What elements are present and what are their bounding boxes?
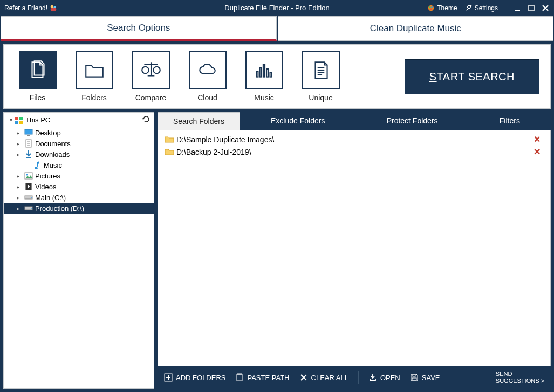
collapse-icon[interactable]: ▾ — [7, 117, 15, 123]
tree-item-drive-c[interactable]: ▸Main (C:\) — [4, 192, 154, 203]
tree-label: Documents — [35, 140, 71, 148]
tree-item-pictures[interactable]: ▸Pictures — [4, 170, 154, 181]
open-label: OPEN — [380, 374, 400, 382]
minimize-button[interactable] — [513, 4, 522, 12]
svg-rect-27 — [15, 121, 18, 124]
add-folders-label: ADD FOLDERS — [176, 374, 225, 382]
folder-row[interactable]: D:\Backup 2-Jul-2019\ ✕ — [161, 146, 547, 158]
save-label: SAVE — [422, 374, 440, 382]
subtab-protect-folders[interactable]: Protect Folders — [372, 112, 453, 130]
svg-rect-39 — [25, 183, 26, 190]
maximize-button[interactable] — [527, 4, 536, 12]
tree-item-drive-d[interactable]: ▸Production (D:\) — [4, 203, 154, 214]
svg-rect-54 — [412, 378, 416, 380]
save-button[interactable]: SAVE — [410, 373, 440, 382]
svg-point-6 — [430, 8, 432, 10]
tree-root-row[interactable]: ▾ This PC — [4, 113, 154, 127]
tree-item-documents[interactable]: ▸Documents — [4, 138, 154, 149]
cloud-icon — [189, 51, 227, 89]
tree-label: Desktop — [35, 129, 61, 137]
svg-point-0 — [51, 5, 53, 8]
folder-icon — [165, 135, 174, 144]
search-folders-list: D:\Sample Duplicate Images\ ✕ D:\Backup … — [158, 130, 551, 366]
settings-button[interactable]: Settings — [465, 4, 498, 12]
paste-path-label: PASTE PATH — [247, 374, 289, 382]
svg-rect-40 — [31, 183, 32, 190]
tab-clean-music[interactable]: Clean Duplicate Music — [278, 16, 554, 41]
svg-point-45 — [31, 208, 32, 209]
tab-search-options[interactable]: Search Options — [1, 16, 277, 41]
remove-folder-button[interactable]: ✕ — [530, 147, 544, 157]
subtab-filters[interactable]: Filters — [484, 112, 535, 130]
separator — [358, 371, 359, 384]
svg-point-1 — [53, 6, 56, 8]
pc-icon — [15, 116, 23, 125]
music-icon — [245, 51, 283, 89]
wrench-icon — [465, 4, 473, 12]
svg-point-5 — [432, 6, 433, 8]
subtab-search-folders[interactable]: Search Folders — [158, 112, 240, 130]
subtab-exclude-folders[interactable]: Exclude Folders — [256, 112, 340, 130]
tree-item-desktop[interactable]: ▸Desktop — [4, 127, 154, 138]
mode-unique[interactable]: Unique — [298, 51, 344, 102]
folder-path: D:\Backup 2-Jul-2019\ — [176, 148, 251, 156]
start-search-button[interactable]: START SEARCH — [405, 59, 539, 94]
right-pane: Search Folders Exclude Folders Protect F… — [158, 112, 551, 389]
bottom-toolbar: ADD FOLDERS PASTE PATH CLEAR ALL OPEN — [158, 366, 551, 389]
unique-icon — [302, 51, 340, 89]
open-button[interactable]: OPEN — [368, 373, 400, 382]
svg-rect-26 — [19, 117, 23, 120]
send-suggestions-button[interactable]: SEND SUGGESTIONS > — [496, 370, 544, 384]
tree-label: Main (C:\) — [35, 194, 66, 202]
svg-rect-2 — [51, 8, 57, 11]
mode-folders-label: Folders — [81, 93, 107, 102]
mode-row: Files Folders Compare Cloud Music — [3, 44, 551, 109]
paste-path-button[interactable]: PASTE PATH — [235, 373, 289, 382]
add-icon — [164, 373, 173, 382]
svg-rect-53 — [413, 374, 415, 376]
send-line2: SUGGESTIONS > — [496, 377, 544, 384]
tree-item-downloads[interactable]: ▸Downloads — [4, 149, 154, 160]
window-controls — [513, 4, 550, 12]
folder-row[interactable]: D:\Sample Duplicate Images\ ✕ — [161, 133, 547, 146]
close-button[interactable] — [541, 4, 550, 12]
save-icon — [410, 373, 419, 382]
svg-rect-8 — [529, 5, 534, 11]
app-window: Refer a Friend! Duplicate File Finder - … — [0, 0, 554, 392]
clear-all-label: CLEAR ALL — [311, 374, 348, 382]
open-icon — [368, 373, 377, 382]
mode-unique-label: Unique — [309, 93, 332, 102]
refer-friend-link[interactable]: Refer a Friend! — [4, 4, 57, 12]
theme-button[interactable]: Theme — [427, 4, 457, 12]
clear-all-button[interactable]: CLEAR ALL — [299, 373, 348, 382]
svg-point-13 — [142, 67, 149, 74]
mode-cloud-label: Cloud — [197, 93, 217, 102]
mode-compare[interactable]: Compare — [128, 51, 174, 102]
tree-root-label: This PC — [25, 116, 50, 124]
remove-folder-button[interactable]: ✕ — [530, 134, 544, 145]
compare-icon — [132, 51, 170, 89]
start-search-rest: TART SEARCH — [437, 71, 515, 82]
refer-friend-label: Refer a Friend! — [4, 4, 47, 12]
mode-compare-label: Compare — [135, 93, 167, 102]
svg-rect-17 — [259, 68, 261, 77]
titlebar: Refer a Friend! Duplicate File Finder - … — [0, 0, 554, 16]
svg-point-14 — [153, 67, 160, 74]
mode-folders[interactable]: Folders — [71, 51, 117, 102]
svg-rect-16 — [256, 71, 258, 77]
start-search-accel: S — [429, 71, 437, 82]
svg-rect-49 — [237, 374, 242, 381]
refresh-button[interactable] — [142, 115, 151, 125]
clipboard-icon — [235, 373, 244, 382]
svg-rect-18 — [263, 65, 264, 77]
tree-item-videos[interactable]: ▸Videos — [4, 181, 154, 192]
add-folders-button[interactable]: ADD FOLDERS — [164, 373, 225, 382]
mode-music[interactable]: Music — [241, 51, 287, 102]
sub-tabstrip: Search Folders Exclude Folders Protect F… — [158, 112, 551, 130]
send-line1: SEND — [496, 370, 544, 377]
settings-label: Settings — [475, 4, 498, 12]
folder-path: D:\Sample Duplicate Images\ — [176, 135, 274, 144]
mode-files[interactable]: Files — [15, 51, 60, 102]
mode-cloud[interactable]: Cloud — [184, 51, 230, 102]
tree-item-music[interactable]: Music — [4, 160, 154, 170]
